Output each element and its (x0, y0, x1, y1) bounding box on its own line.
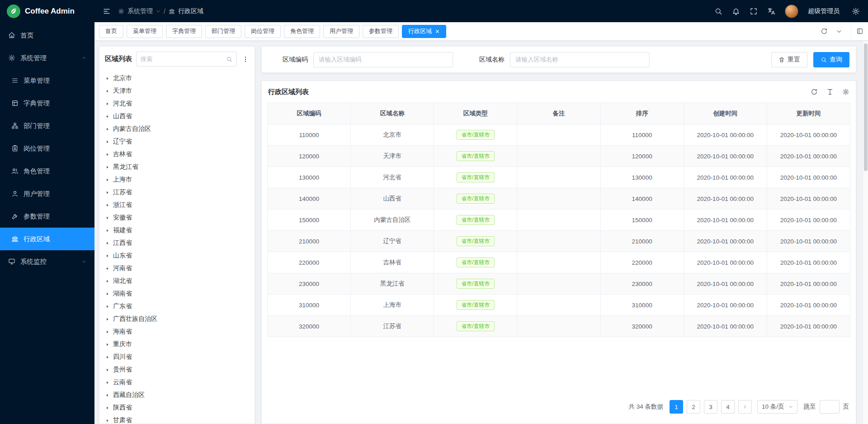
tree-item[interactable]: 河南省 (99, 262, 255, 275)
search-icon[interactable] (714, 7, 722, 15)
tab-user-management[interactable]: 用户管理 (323, 25, 359, 38)
sidebar-item-system-management[interactable]: 系统管理 (0, 47, 94, 69)
tree-item[interactable]: 内蒙古自治区 (99, 123, 255, 135)
table-row[interactable]: 310000上海市省市/直辖市3100002020-10-01 00:00:00… (268, 295, 850, 316)
tree-item[interactable]: 福建省 (99, 224, 255, 237)
sidebar-item-user-management[interactable]: 用户管理 (0, 182, 94, 205)
table-row[interactable]: 130000河北省省市/直辖市1300002020-10-01 00:00:00… (268, 167, 850, 188)
tree-item[interactable]: 黑龙江省 (99, 161, 255, 173)
tree-item[interactable]: 北京市 (99, 72, 255, 85)
table-row[interactable]: 320000江苏省省市/直辖市3200002020-10-01 00:00:00… (268, 316, 850, 337)
tree-item[interactable]: 湖南省 (99, 287, 255, 300)
tree-item[interactable]: 辽宁省 (99, 135, 255, 148)
region-code-input[interactable] (313, 52, 453, 67)
collapse-menu-icon[interactable] (103, 7, 111, 15)
tab-dept-management[interactable]: 部门管理 (205, 25, 241, 38)
tree-item[interactable]: 江西省 (99, 237, 255, 249)
reset-button[interactable]: 重置 (771, 52, 807, 67)
sidebar-item-system-monitor[interactable]: 系统监控 (0, 250, 94, 273)
tree-item[interactable]: 西藏自治区 (99, 389, 255, 401)
bell-icon[interactable] (732, 7, 740, 15)
tree-item[interactable]: 吉林省 (99, 148, 255, 161)
region-type-badge: 省市/直辖市 (457, 194, 494, 204)
sidebar-item-menu-management[interactable]: 菜单管理 (0, 69, 94, 92)
tree-item[interactable]: 安徽省 (99, 211, 255, 224)
chevron-down-icon[interactable] (836, 28, 842, 34)
breadcrumb-parent[interactable]: 系统管理 (127, 7, 153, 15)
breadcrumb-separator: / (164, 8, 165, 15)
region-name-input[interactable] (510, 52, 650, 67)
page-scrollbar[interactable] (863, 41, 868, 424)
next-page-button[interactable] (738, 400, 752, 414)
tab-post-management[interactable]: 岗位管理 (245, 25, 281, 38)
settings-gear-icon[interactable] (852, 7, 860, 15)
table-row[interactable]: 230000黑龙江省省市/直辖市2300002020-10-01 00:00:0… (268, 273, 850, 295)
refresh-icon[interactable] (821, 28, 828, 35)
sidebar-item-dict-management[interactable]: 字典管理 (0, 92, 94, 114)
tree-item[interactable]: 云南省 (99, 376, 255, 389)
tree-item[interactable]: 甘肃省 (99, 414, 255, 424)
tab-admin-region[interactable]: 行政区域 (402, 25, 446, 38)
page-button-2[interactable]: 2 (687, 400, 700, 414)
cell-remark (517, 146, 600, 167)
table-row[interactable]: 110000北京市省市/直辖市1100002020-10-01 00:00:00… (268, 124, 850, 146)
tree-item[interactable]: 天津市 (99, 85, 255, 97)
layout-toggle-button[interactable] (851, 22, 868, 40)
tree-item[interactable]: 广东省 (99, 300, 255, 313)
table-row[interactable]: 210000辽宁省省市/直辖市2100002020-10-01 00:00:00… (268, 231, 850, 252)
tree-item[interactable]: 河北省 (99, 97, 255, 110)
tree-item[interactable]: 广西壮族自治区 (99, 313, 255, 325)
tree-item[interactable]: 上海市 (99, 173, 255, 186)
tree-item[interactable]: 重庆市 (99, 338, 255, 351)
tab-role-management[interactable]: 角色管理 (284, 25, 320, 38)
avatar[interactable] (785, 5, 798, 18)
search-icon[interactable] (226, 56, 232, 62)
table-row[interactable]: 220000吉林省省市/直辖市2200002020-10-01 00:00:00… (268, 252, 850, 273)
translate-icon[interactable] (767, 7, 775, 15)
table-row[interactable]: 140000山西省省市/直辖市1400002020-10-01 00:00:00… (268, 188, 850, 210)
tree-item[interactable]: 浙江省 (99, 199, 255, 211)
tab-close-icon[interactable] (435, 29, 440, 34)
tab-dict-management[interactable]: 字典管理 (166, 25, 202, 38)
tree-item[interactable]: 山西省 (99, 110, 255, 123)
cell-code: 120000 (268, 146, 351, 167)
jump-page-input[interactable] (820, 400, 840, 414)
cell-updated: 2020-10-01 00:00:00 (767, 252, 850, 273)
sidebar-item-admin-region[interactable]: 行政区域 (0, 228, 94, 250)
fullscreen-icon[interactable] (750, 7, 758, 15)
tree-item[interactable]: 四川省 (99, 351, 255, 363)
column-settings-gear-icon[interactable] (842, 88, 849, 95)
tree-item[interactable]: 江苏省 (99, 186, 255, 199)
sidebar-item-home[interactable]: 首页 (0, 24, 94, 47)
tab-home[interactable]: 首页 (99, 25, 123, 38)
page-button-1[interactable]: 1 (670, 400, 683, 414)
tree-item[interactable]: 陕西省 (99, 401, 255, 414)
tab-param-management[interactable]: 参数管理 (363, 25, 399, 38)
page-size-select[interactable]: 10 条/页 (757, 400, 797, 414)
table-row[interactable]: 150000内蒙古自治区省市/直辖市1500002020-10-01 00:00… (268, 210, 850, 231)
username[interactable]: 超级管理员 (808, 7, 840, 15)
column-header: 区域编码 (268, 103, 351, 124)
cell-sort: 150000 (600, 210, 684, 231)
row-height-icon[interactable] (826, 88, 834, 95)
tree-search-input[interactable] (141, 56, 223, 62)
page-button-4[interactable]: 4 (721, 400, 735, 414)
refresh-icon[interactable] (811, 88, 818, 95)
more-options-icon[interactable] (241, 56, 250, 63)
sidebar-item-post-management[interactable]: 岗位管理 (0, 137, 94, 160)
tree-item[interactable]: 海南省 (99, 325, 255, 338)
app-logo[interactable]: Coffee Admin (0, 0, 94, 22)
tree-item[interactable]: 山东省 (99, 249, 255, 262)
tab-menu-management[interactable]: 菜单管理 (127, 25, 163, 38)
tree-item[interactable]: 湖北省 (99, 275, 255, 287)
cell-remark (517, 167, 600, 188)
query-button[interactable]: 查询 (813, 52, 849, 67)
cell-sort: 220000 (600, 252, 684, 273)
table-row[interactable]: 120000天津市省市/直辖市1200002020-10-01 00:00:00… (268, 146, 850, 167)
tree-item[interactable]: 贵州省 (99, 363, 255, 376)
sidebar-item-param-management[interactable]: 参数管理 (0, 205, 94, 228)
sidebar-item-role-management[interactable]: 角色管理 (0, 160, 94, 182)
scrollbar-thumb[interactable] (864, 43, 868, 171)
sidebar-item-dept-management[interactable]: 部门管理 (0, 114, 94, 137)
page-button-3[interactable]: 3 (704, 400, 717, 414)
